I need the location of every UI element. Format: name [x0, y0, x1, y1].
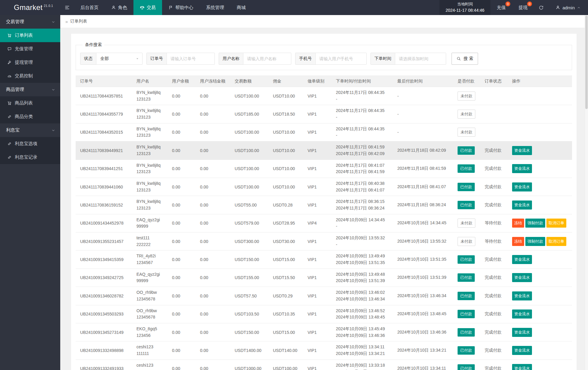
- sidebar-toggle-button[interactable]: [60, 0, 74, 15]
- cell-order-pay-time: 2024年10月09日 14:34:45-: [331, 214, 393, 232]
- fund-flow-button[interactable]: 资金流水: [512, 309, 532, 319]
- cell-order-pay-time: 2024年10月09日 13:49:482024年10月09日 13:51:39: [331, 269, 393, 287]
- cell-username: TRI_4y82i1234567: [132, 250, 167, 269]
- fund-flow-button[interactable]: 资金流水: [512, 182, 532, 191]
- fund-flow-button[interactable]: 资金流水: [512, 346, 532, 355]
- fund-flow-button[interactable]: 资金流水: [512, 146, 532, 155]
- cell-last-pay-time: 2024年10月10日 13:34:11: [393, 359, 453, 370]
- force-pay-button[interactable]: 强制付款: [525, 237, 545, 246]
- fund-flow-button[interactable]: 资金流水: [512, 201, 532, 210]
- sidebar-group-trade-management[interactable]: 交易管理: [0, 15, 60, 29]
- cancel-order-button[interactable]: 取消订单: [546, 237, 566, 246]
- order-no-input[interactable]: [167, 53, 214, 64]
- sidebar-item-interest-records[interactable]: 利息宝记录: [0, 151, 60, 164]
- cell-level: VIP1: [303, 196, 331, 214]
- sidebar-item-withdraw-management[interactable]: 提现管理: [0, 56, 60, 69]
- fund-flow-button[interactable]: 资金流水: [512, 255, 532, 264]
- cell-level: VIP1: [303, 269, 331, 287]
- cell-order-no: UB2411170844352015: [76, 123, 132, 141]
- sidebar-item-trade-control[interactable]: 交易控制: [0, 69, 60, 83]
- force-pay-button[interactable]: 强制付款: [525, 219, 545, 228]
- sidebar-item-product-category[interactable]: 商品分类: [0, 110, 60, 123]
- status-select[interactable]: 全部: [96, 53, 142, 64]
- user-menu[interactable]: admin: [548, 0, 588, 15]
- nav-item-mall[interactable]: 商城: [230, 0, 252, 15]
- freeze-button[interactable]: 冻结: [512, 237, 524, 246]
- cell-username: BYN_kw8j8q123123: [132, 178, 167, 196]
- sidebar-group-product-management[interactable]: 商品管理: [0, 83, 60, 96]
- link-icon: [7, 155, 12, 160]
- table-row: UB2411170836159152BYN_kw8j8q1231230.000.…: [76, 196, 572, 214]
- cart-icon: [7, 33, 12, 38]
- cell-username: EAQ_qyz2gi99999: [132, 214, 167, 232]
- cell-order-status: 完成付款: [480, 269, 508, 287]
- cell-order-pay-time: 2024年10月09日 13:46:522024年10月09日 13:48:45: [331, 305, 393, 323]
- recharge-badge: 0: [505, 2, 510, 6]
- page-scrollbar[interactable]: [585, 15, 588, 370]
- column-header: 用户冻结金额: [195, 76, 230, 87]
- cell-order-status: 完成付款: [480, 196, 508, 214]
- cell-pay-badge: 已付款: [453, 305, 480, 323]
- nav-item-role[interactable]: 角色: [105, 0, 133, 15]
- sidebar-item-recharge-management[interactable]: 充值管理: [0, 42, 60, 56]
- refresh-button[interactable]: [534, 0, 548, 15]
- sidebar-group-interest-treasure[interactable]: 利息宝: [0, 123, 60, 137]
- chevron-down-icon: [51, 20, 55, 24]
- cell-username: OO_rh9bw12345678: [132, 305, 167, 323]
- cancel-order-button[interactable]: 取消订单: [546, 219, 566, 228]
- nav-item-label: 商城: [237, 5, 246, 11]
- sidebar-item-interest-options[interactable]: 利息宝选项: [0, 137, 60, 151]
- scrollbar-thumb[interactable]: [585, 16, 588, 109]
- column-header: 用户名: [132, 76, 167, 87]
- cell-amount: USDT579.00: [230, 214, 268, 232]
- fund-flow-button[interactable]: 资金流水: [512, 364, 532, 370]
- freeze-button[interactable]: 冻结: [512, 219, 524, 228]
- username-input[interactable]: [243, 53, 291, 64]
- cell-order-pay-time: 2024年10月09日 13:46:022024年10月09日 13:46:34: [331, 287, 393, 305]
- withdraw-badge: 0: [527, 2, 532, 6]
- sidebar-item-order-list[interactable]: 订单列表: [0, 29, 60, 42]
- nav-item-label: 帮助中心: [175, 5, 193, 11]
- cell-frozen: 0.00: [195, 123, 230, 141]
- cell-frozen: 0.00: [195, 359, 230, 370]
- fund-flow-button[interactable]: 资金流水: [512, 328, 532, 337]
- cell-last-pay-time: 2024年10月10日 13:51:39: [393, 269, 453, 287]
- nav-recharge-label: 充值: [497, 5, 506, 11]
- nav-withdraw[interactable]: 提现 0: [512, 0, 534, 15]
- cell-last-pay-time: 2024年11月18日 08:41:59: [393, 160, 453, 178]
- table-row: UB2410091349242725EAQ_qyz2gi999990.000.0…: [76, 269, 572, 287]
- nav-recharge[interactable]: 充值 0: [490, 0, 512, 15]
- sidebar-item-product-list[interactable]: 商品列表: [0, 96, 60, 110]
- nav-item-system-management[interactable]: 系统管理: [200, 0, 230, 15]
- status-value: 全部: [100, 56, 109, 61]
- link-icon: [7, 114, 12, 119]
- nav-item-trade[interactable]: 交易: [133, 0, 162, 15]
- cell-order-pay-time: 2024年11月17日 08:44:35-: [331, 105, 393, 123]
- cell-frozen: 0.00: [195, 178, 230, 196]
- nav-item-label: 交易: [147, 5, 156, 11]
- sidebar: 交易管理订单列表充值管理提现管理交易控制商品管理商品列表商品分类利息宝利息宝选项…: [0, 15, 60, 370]
- cell-pay-badge: 未付款: [453, 105, 480, 123]
- cell-actions: 资金流水: [508, 323, 572, 341]
- unpaid-badge: 未付款: [458, 237, 475, 246]
- phone-input[interactable]: [316, 53, 366, 64]
- cell-username: BYN_kw8j8q123123: [132, 160, 167, 178]
- cell-frozen: 0.00: [195, 214, 230, 232]
- fund-flow-button[interactable]: 资金流水: [512, 291, 532, 300]
- table-row: UB2410091346028782OO_rh9bw123456780.000.…: [76, 287, 572, 305]
- cell-last-pay-time: -: [393, 105, 453, 123]
- fund-flow-button[interactable]: 资金流水: [512, 164, 532, 173]
- cell-commission: USDT10.00: [268, 123, 303, 141]
- search-button[interactable]: 搜 索: [452, 53, 478, 65]
- cell-order-pay-time: 2024年11月17日 08:44:35-: [331, 123, 393, 141]
- cell-commission: USDT28.95: [268, 214, 303, 232]
- cell-amount: USDT185.00: [230, 105, 268, 123]
- order-time-input[interactable]: [395, 53, 446, 64]
- nav-item-home[interactable]: 后台首页: [74, 0, 105, 15]
- cell-actions: [508, 87, 572, 105]
- fund-flow-button[interactable]: 资金流水: [512, 273, 532, 282]
- nav-item-help-center[interactable]: 帮助中心: [162, 0, 200, 15]
- cell-frozen: 0.00: [195, 341, 230, 359]
- cell-commission: USDT10.00: [268, 160, 303, 178]
- cell-order-no: UB2410091332498898: [76, 341, 132, 359]
